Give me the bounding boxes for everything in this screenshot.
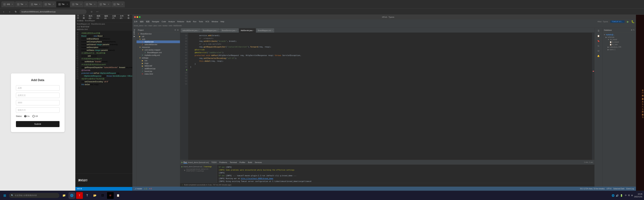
app-t1[interactable]: T [76,192,83,199]
structure-button[interactable]: 📋 [597,34,600,38]
tab-7[interactable]: Tite × [84,1,97,7]
taskbar-clock[interactable]: 19:26 2022/1/31 [634,193,642,198]
radio-off-item[interactable]: Off [32,115,38,117]
submit-button[interactable]: Submit [16,121,60,127]
tree-resources[interactable]: ▼ resources [136,46,180,48]
db-table-2[interactable]: 📋 tb_user [610,43,635,46]
tab-close-8[interactable]: × [108,3,109,5]
menu-build[interactable]: Build [186,20,190,23]
editor-menu-outline[interactable]: 大纲 [83,15,86,19]
console-link[interactable]: http://localhost:8080/brand_demo [241,178,273,180]
todo-tab[interactable]: TODO [211,161,217,163]
description-input[interactable] [16,107,60,113]
tab-close-6[interactable]: × [80,3,82,5]
gradle-btn[interactable]: G [597,44,600,48]
menu-code[interactable]: Code [162,20,166,23]
minimize-dot[interactable] [136,16,138,18]
tab-4[interactable]: Tite × [42,1,56,7]
menu-analyze[interactable]: Analyze [168,20,175,23]
menu-window[interactable]: Window [212,20,218,23]
editor-menu-help[interactable]: 帮助 [128,15,131,19]
editor-menu-file[interactable]: 文件 [77,15,80,19]
git-branch[interactable]: ⎇ master [134,188,142,190]
tab-close-5[interactable]: × [67,3,68,5]
tab-close-brandmapper[interactable]: × [217,30,218,31]
tree-addservlet[interactable]: J AddServlet [136,40,180,43]
menu-vcs[interactable]: VCS [206,20,209,23]
tree-selectallservlet[interactable]: J selectAllServlet [136,43,180,46]
tab-close-selectall[interactable]: × [198,30,199,31]
taskbar-search[interactable]: 🔍 在这里输入你要搜索的内容 [9,193,59,198]
app-idea[interactable]: IJ [107,192,114,199]
tab-close-7[interactable]: × [94,3,95,5]
bookmark-btn[interactable]: 🔖 [597,39,600,43]
sidebar-icon-2[interactable]: ⊕ [177,29,178,31]
tab-close-4[interactable]: × [53,3,54,5]
close-dot[interactable] [134,16,136,18]
app-explorer[interactable]: 📁 [61,192,68,199]
db-collections[interactable]: ▶ collections, 378 [608,46,635,48]
editor-menu-view[interactable]: 视图(V) [96,15,102,19]
tree-addbrand-jsp[interactable]: J addBrand.jsp [136,67,180,70]
tree-util[interactable]: ▶ util [136,35,180,38]
tab-8[interactable]: Tite × [98,1,111,7]
tree-brand-jsp[interactable]: J brand.jsp [136,70,180,73]
editor-menu-edit[interactable]: 编辑(E) [104,15,109,19]
menu-file[interactable]: 文件 [134,20,138,23]
maven-btn[interactable]: M [597,49,600,53]
settings-button[interactable]: ⋯ [95,9,100,14]
tree-index-html[interactable]: H index.html [136,73,180,75]
tab-brandmapper-xml[interactable]: BrandMapper.xml × [256,28,274,33]
tab-5-active[interactable]: Tite × [56,1,70,7]
db-schemas-item[interactable]: ▶ schemas [606,36,635,38]
profiler-tab[interactable]: Profiler [240,161,245,163]
tree-mybatis-config[interactable]: X mybatis-config.xml [136,54,180,57]
db-users[interactable]: ▶ users: 1 [608,48,635,51]
services-tab[interactable]: Services [255,161,262,163]
project-tab-icon[interactable]: Project ▶ [133,29,136,37]
db-mybatis-schema[interactable]: ▼ db_brand [608,38,635,41]
app-photo[interactable]: 🖼 [99,192,106,199]
run-tree-sub1[interactable]: ▶ org.example:brand_demo:1.0-SNAPSHOT 2 … [184,168,216,172]
tab-2[interactable]: Tite × [15,1,28,7]
app-t2[interactable]: T [84,192,90,199]
bookmark-button[interactable]: ☆ [89,9,94,14]
editor-menu-format[interactable]: 格式(G) [89,15,94,19]
menu-tools[interactable]: Tools [199,20,203,23]
terminal-tab[interactable]: Terminal [230,161,237,163]
db-refresh-icon[interactable]: ↻ [633,29,634,31]
editor-menu-file2[interactable]: 文件(F) [120,15,125,19]
run-tab[interactable]: Run: [184,161,187,164]
tab-close-2[interactable]: × [26,3,26,5]
build-tab[interactable]: Build [248,161,252,163]
tray-sound[interactable]: 🔊 [616,194,619,197]
tab-selectallservlet[interactable]: selectAllServlet.java × [181,28,201,33]
run-tree-item[interactable]: ▶ brand_demo [tomcat:run] 3 warnings [182,166,216,168]
tray-battery[interactable]: 🔋 [620,194,623,197]
tree-imgs[interactable]: ▶ imgs [136,62,180,65]
tab-close-3[interactable]: × [39,3,40,5]
menu-navigate[interactable]: Navigate [152,20,159,23]
tab-close-brandmapperxml[interactable]: × [272,30,273,31]
tab-close-9[interactable]: × [122,3,123,5]
notifications-btn[interactable]: 🔔 [597,54,600,58]
database-button[interactable]: 🗄 [597,29,600,33]
menu-help[interactable]: Help [220,20,224,23]
tab-close-addservlet[interactable]: × [253,30,254,31]
brand-name-input[interactable] [16,85,60,91]
tree-web[interactable]: ▼ web [136,38,180,40]
tree-brandservice[interactable]: J BrandService [136,32,180,35]
event-log[interactable]: Event Log [626,188,634,190]
problems-tab[interactable]: Problems [219,161,227,163]
tab-brandmapper[interactable]: BrandMapper.java × [201,28,220,33]
tab-close-brandservice[interactable]: × [236,30,237,31]
tree-webinf[interactable]: ▶ WEB-INF [136,65,180,67]
editor-menu-theme[interactable]: 主题(T) [112,15,117,19]
app-folder[interactable]: 📂 [92,192,98,199]
tab-3[interactable]: Ajax × [29,1,42,7]
tree-webapp[interactable]: ▼ webapp [136,57,180,59]
run-button[interactable]: ▶ [627,20,629,23]
refresh-button[interactable]: ↻ [14,9,18,14]
tree-css[interactable]: ▶ css [136,59,180,62]
db-mybatis-item[interactable]: ▼ mybatis@... [604,33,635,36]
